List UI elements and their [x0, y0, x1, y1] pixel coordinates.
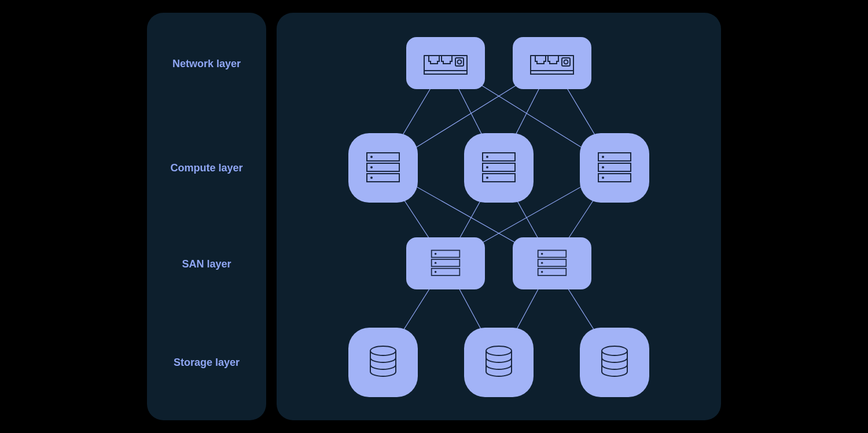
- layer-label-storage: Storage layer: [147, 357, 266, 369]
- server-rack-icon: [420, 244, 472, 282]
- network-switch-icon: [420, 44, 472, 82]
- database-icon: [476, 340, 522, 384]
- node-st3: [580, 328, 649, 397]
- layer-label-san: SAN layer: [147, 258, 266, 270]
- labels-panel: Network layer Compute layer SAN layer St…: [147, 13, 266, 420]
- server-rack-icon: [476, 146, 522, 190]
- database-icon: [591, 340, 638, 384]
- diagram-panel: [277, 13, 721, 420]
- node-cp2: [464, 133, 534, 203]
- node-st1: [348, 328, 418, 397]
- node-st2: [464, 328, 534, 397]
- server-rack-icon: [360, 146, 406, 190]
- node-cp3: [580, 133, 649, 203]
- node-nw2: [513, 37, 591, 89]
- network-switch-icon: [526, 44, 578, 82]
- layer-label-compute: Compute layer: [147, 162, 266, 174]
- node-cp1: [348, 133, 418, 203]
- server-rack-icon: [526, 244, 578, 282]
- node-san2: [513, 237, 591, 289]
- node-san1: [406, 237, 485, 289]
- layer-label-network: Network layer: [147, 58, 266, 70]
- server-rack-icon: [591, 146, 638, 190]
- node-nw1: [406, 37, 485, 89]
- database-icon: [360, 340, 406, 384]
